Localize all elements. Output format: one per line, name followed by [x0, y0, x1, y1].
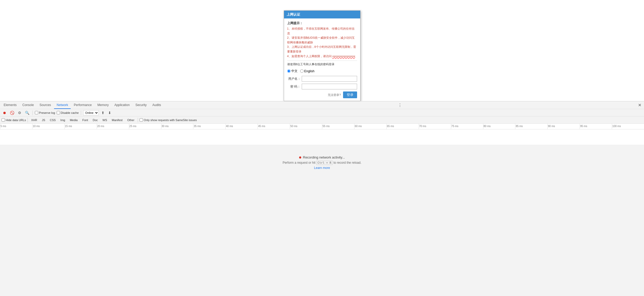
username-label: 用户名： — [287, 77, 301, 81]
samesite-checkbox[interactable] — [140, 118, 143, 122]
password-label: 密 码： — [287, 84, 301, 89]
search-button[interactable]: 🔍 — [24, 110, 30, 115]
notice-item-3: 3、上网认证成功后，8个小时内访问互联网无限制，需要重新登录 — [287, 45, 357, 54]
timeline-tick-label-18: 95 ms — [580, 125, 587, 128]
notice-item-4: 4、如需查询个人上网权限，请访问 xxxxxxxxxxxxxxxx — [287, 54, 357, 59]
disable-cache-label[interactable]: Disable cache — [57, 111, 79, 114]
hide-data-urls-label[interactable]: Hide data URLs — [2, 118, 26, 122]
timeline-tick-line-2 — [64, 124, 65, 129]
lang-zh-label[interactable]: 中文 — [287, 69, 298, 73]
lang-en-text: English — [304, 69, 314, 73]
timeline-tick-line-17 — [547, 124, 548, 129]
timeline-tick-label-9: 50 ms — [290, 125, 297, 128]
timeline-tick-label-7: 40 ms — [226, 125, 233, 128]
hide-data-urls-checkbox[interactable] — [2, 118, 5, 122]
filter-button[interactable]: ⚙ — [17, 110, 22, 115]
tab-elements[interactable]: Elements — [1, 101, 19, 109]
clear-button[interactable]: 🚫 — [9, 110, 15, 115]
export-button[interactable]: ⬇ — [107, 110, 112, 115]
timeline-tick-line-8 — [258, 124, 258, 129]
tab-console[interactable]: Console — [20, 101, 36, 109]
notice-subtitle: 请使用8位工号和人事在线的密码登录 — [287, 61, 357, 66]
record-button[interactable]: ⏺ — [2, 110, 7, 115]
timeline-tick-label-3: 20 ms — [97, 125, 104, 128]
recording-indicator — [299, 156, 301, 159]
filter-font[interactable]: Font — [81, 118, 90, 122]
filter-doc[interactable]: Doc — [91, 118, 100, 122]
import-button[interactable]: ⬆ — [100, 110, 106, 115]
timeline-tick-line-0 — [0, 124, 0, 129]
filter-js[interactable]: JS — [40, 118, 47, 122]
filter-manifest[interactable]: Manifest — [110, 118, 124, 122]
timeline-tick-line-4 — [129, 124, 129, 129]
lang-en-radio[interactable] — [300, 69, 304, 73]
timeline-tick-label-4: 25 ms — [129, 125, 136, 128]
devtools-close-button[interactable]: ✕ — [636, 102, 643, 109]
tab-performance[interactable]: Performance — [71, 101, 94, 109]
timeline-tick-label-10: 55 ms — [323, 125, 330, 128]
filter-media[interactable]: Media — [68, 118, 80, 122]
tab-memory[interactable]: Memory — [95, 101, 111, 109]
timeline-tick-label-11: 60 ms — [355, 125, 362, 128]
language-selector: 中文 English — [287, 69, 357, 73]
filter-divider — [28, 118, 28, 122]
browser-content: 上网认证 上网提示： 1、未经授权，不得在互联网发布、传播公司的任何信息 2、请… — [0, 0, 644, 101]
timeline-tick-line-9 — [290, 124, 290, 129]
notice-title: 上网提示： — [287, 21, 357, 25]
lang-zh-radio[interactable] — [287, 69, 291, 73]
filter-img[interactable]: Img — [58, 118, 67, 122]
disable-cache-checkbox[interactable] — [57, 111, 60, 114]
filter-bar: Hide data URLs XHR JS CSS Img Media Font… — [0, 116, 644, 124]
notice-link[interactable]: xxxxxxxxxxxxxxxx — [332, 55, 355, 58]
dialog-body: 上网提示： 1、未经授权，不得在互联网发布、传播公司的任何信息 2、请安装并强制… — [284, 18, 360, 101]
devtools-tabbar: Elements Console Sources Network Perform… — [0, 101, 644, 109]
devtools-settings-button[interactable]: ⋮ — [396, 102, 404, 109]
timeline-tick-line-5 — [161, 124, 161, 129]
login-button[interactable]: 登录 — [343, 91, 357, 98]
tab-application[interactable]: Application — [112, 101, 132, 109]
filter-ws[interactable]: WS — [101, 118, 109, 122]
username-row: 用户名： — [287, 76, 357, 82]
timeline-tick-line-1 — [32, 124, 32, 129]
empty-state: Recording network activity... Perform a … — [0, 145, 644, 180]
notice-item-1: 1、未经授权，不得在互联网发布、传播公司的任何信息 — [287, 27, 357, 36]
instruction-text: Perform a request or hit Ctrl + R to rec… — [282, 161, 361, 165]
toolbar-divider-2 — [81, 110, 81, 115]
filter-xhr[interactable]: XHR — [29, 118, 39, 122]
throttle-select[interactable]: Online — [83, 110, 99, 115]
timeline-tick-label-8: 45 ms — [258, 125, 265, 128]
password-input[interactable] — [302, 84, 357, 89]
tab-security[interactable]: Security — [133, 101, 149, 109]
samesite-label[interactable]: Only show requests with SameSite issues — [140, 118, 197, 122]
timeline-tick-line-18 — [580, 124, 580, 129]
dialog-title: 上网认证 — [287, 12, 300, 16]
timeline-tick-label-16: 85 ms — [516, 125, 523, 128]
timeline-tick-line-11 — [354, 124, 354, 129]
filter-css[interactable]: CSS — [48, 118, 58, 122]
toolbar-divider-1 — [32, 110, 33, 115]
dialog-header: 上网认证 — [284, 11, 360, 18]
timeline-tick-line-7 — [225, 124, 226, 129]
tab-audits[interactable]: Audits — [150, 101, 163, 109]
tab-network[interactable]: Network — [54, 101, 71, 109]
devtools-content-area: Recording network activity... Perform a … — [0, 145, 644, 180]
forgot-link[interactable]: 无法登录? — [328, 93, 341, 97]
lang-en-label[interactable]: English — [300, 69, 314, 73]
preserve-log-label[interactable]: Preserve log — [35, 111, 55, 114]
timeline-tick-line-12 — [386, 124, 387, 129]
timeline-tick-label-17: 90 ms — [548, 125, 555, 128]
password-row: 密 码： — [287, 84, 357, 89]
recording-text: Recording network activity... — [299, 155, 345, 159]
network-toolbar: ⏺ 🚫 ⚙ 🔍 Preserve log Disable cache Onlin… — [0, 109, 644, 116]
timeline-ruler: 5 ms10 ms15 ms20 ms25 ms30 ms35 ms40 ms4… — [0, 124, 644, 129]
tab-sources[interactable]: Sources — [37, 101, 54, 109]
preserve-log-checkbox[interactable] — [35, 111, 38, 114]
username-input[interactable] — [302, 76, 357, 82]
notice-item-2: 2、请安装并强制UDS统一威胁安全软件，减少访问互联网传播病毒的威胁 — [287, 36, 357, 45]
timeline-tick-line-16 — [515, 124, 515, 129]
devtools-panel: Elements Console Sources Network Perform… — [0, 101, 644, 296]
filter-other[interactable]: Other — [126, 118, 136, 122]
timeline-tick-line-10 — [322, 124, 322, 129]
timeline-tick-line-3 — [97, 124, 97, 129]
learn-more-link[interactable]: Learn more — [314, 166, 330, 170]
